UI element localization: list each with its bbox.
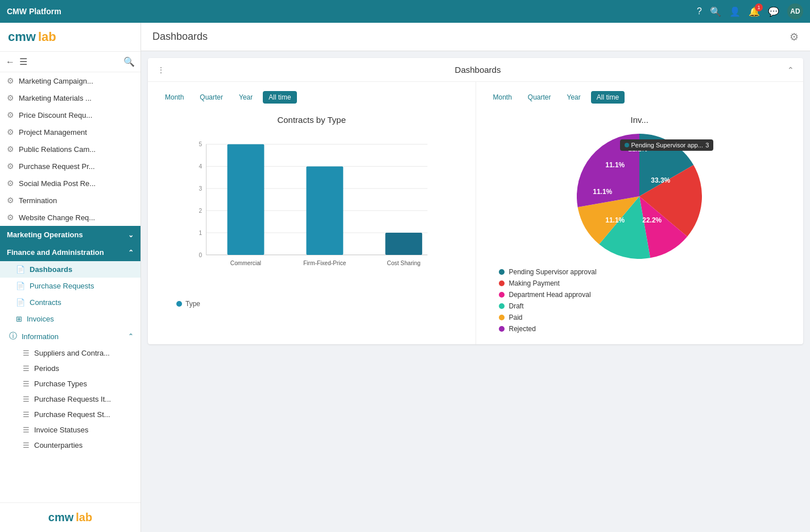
bell-icon[interactable]: 🔔 1 [749,6,760,17]
pie-filter-alltime[interactable]: All time [591,91,625,104]
content-area: Dashboards ⚙ ⋮ Dashboards ⌃ Month Quarte [141,23,810,532]
drag-icon: ⋮ [157,65,165,75]
legend-label-making-payment: Making Payment [509,279,560,287]
legend-item-dept-head: Department Head approval [499,291,597,299]
main-layout: cmw lab ← ☰ 🔍 ⚙ Marketing Campaign... ⚙ … [0,23,810,532]
collapse-icon[interactable]: ⌃ [787,65,794,75]
section-marketing-operations[interactable]: Marketing Operations ⌄ [0,226,140,244]
pie-filter-month[interactable]: Month [487,91,518,104]
sub-item-label: Purchase Requests [30,282,94,290]
sidebar-item-counterparties[interactable]: ☰ Counterparties [0,438,140,453]
legend-dot-pending [499,269,505,275]
list-icon: ☰ [23,410,30,419]
page-title: Dashboards [152,31,208,43]
sidebar: cmw lab ← ☰ 🔍 ⚙ Marketing Campaign... ⚙ … [0,23,141,532]
sidebar-item-purchase-requests-it[interactable]: ☰ Purchase Requests It... [0,391,140,407]
chevron-up-icon: ⌃ [128,332,134,340]
sidebar-item-label: Public Relations Cam... [19,145,134,154]
sidebar-item-periods[interactable]: ☰ Periods [0,361,140,376]
sidebar-item-label: Purchase Request Pr... [19,162,134,171]
content-topbar: Dashboards ⚙ [141,23,810,51]
pie-filter-quarter[interactable]: Quarter [522,91,557,104]
svg-text:Commercial: Commercial [230,260,261,266]
svg-rect-15 [306,166,343,255]
legend-item-draft: Draft [499,302,597,310]
sidebar-item-purchase-request-pr[interactable]: ⚙ Purchase Request Pr... [0,158,140,175]
sidebar-item-public-relations[interactable]: ⚙ Public Relations Cam... [0,141,140,158]
flow-icon: ⚙ [7,145,14,154]
svg-rect-16 [385,233,422,255]
sidebar-item-label: Price Discount Requ... [19,111,134,119]
pie-tooltip: Pending Supervisor app... 3 [620,139,714,151]
legend-label-dept-head: Department Head approval [509,291,591,299]
sidebar-item-price-discount[interactable]: ⚙ Price Discount Requ... [0,106,140,123]
sidebar-item-label: Project Management [19,128,134,137]
svg-text:3: 3 [199,185,202,192]
sub-item-label: Invoice Statuses [34,426,88,434]
chevron-down-icon: ⌄ [128,231,134,239]
sidebar-footer: cmw lab [0,502,140,532]
bar-chart-legend: Type [159,300,464,308]
pie-chart-panel: Month Quarter Year All time Inv... [476,82,804,344]
pie-filter-year[interactable]: Year [561,91,586,104]
settings-icon[interactable]: ⚙ [790,31,799,43]
sidebar-item-invoices[interactable]: ⊞ Invoices [0,311,140,327]
sidebar-item-dashboards[interactable]: 📄 Dashboards [0,261,140,278]
svg-text:5: 5 [199,141,202,147]
filter-quarter[interactable]: Quarter [194,91,229,104]
sidebar-item-label: Marketing Materials ... [19,94,134,102]
sub-item-label: Contracts [30,298,61,307]
svg-text:Firm-Fixed-Price: Firm-Fixed-Price [303,260,346,266]
sub-item-label: Periods [34,364,59,373]
tooltip-dot [625,143,629,147]
topbar: CMW Platform ? 🔍 👤 🔔 1 💬 AD [0,0,810,23]
messages-icon[interactable]: 💬 [768,6,779,17]
section-label: Information [22,332,59,341]
help-icon[interactable]: ? [697,6,702,17]
menu-icon[interactable]: ☰ [19,56,27,67]
pie-chart-svg [577,134,702,259]
back-icon[interactable]: ← [6,57,15,67]
avatar[interactable]: AD [787,3,803,19]
sub-item-label: Purchase Request St... [34,410,110,419]
legend-label-pending: Pending Supervisor approval [509,268,597,276]
grid-icon: ⊞ [16,315,22,323]
section-information[interactable]: ⓘ Information ⌃ [0,327,140,345]
sidebar-item-contracts[interactable]: 📄 Contracts [0,294,140,311]
legend-dot-draft [499,303,505,309]
bar-chart-panel: Month Quarter Year All time Contracts by… [148,82,476,344]
sidebar-item-termination[interactable]: ⚙ Termination [0,192,140,209]
sidebar-item-project-management[interactable]: ⚙ Project Management [0,123,140,141]
filter-month[interactable]: Month [159,91,189,104]
svg-text:2: 2 [199,208,202,214]
sidebar-item-label: Social Media Post Re... [19,179,134,188]
sidebar-item-purchase-request-st[interactable]: ☰ Purchase Request St... [0,407,140,422]
sidebar-item-social-media[interactable]: ⚙ Social Media Post Re... [0,175,140,192]
svg-text:1: 1 [199,230,202,236]
chevron-up-icon: ⌃ [128,249,134,257]
list-icon: ☰ [23,364,30,373]
doc-icon: 📄 [16,282,25,290]
filter-alltime[interactable]: All time [263,91,296,104]
section-finance-admin[interactable]: Finance and Administration ⌃ [0,244,140,261]
sidebar-item-marketing-materials[interactable]: ⚙ Marketing Materials ... [0,89,140,106]
sidebar-item-marketing-campaign[interactable]: ⚙ Marketing Campaign... [0,72,140,89]
info-icon: ⓘ [9,331,17,341]
users-icon[interactable]: 👤 [729,6,741,17]
sidebar-controls: ← ☰ 🔍 [0,52,140,72]
legend-item-making-payment: Making Payment [499,279,597,287]
flow-icon: ⚙ [7,162,14,171]
sidebar-item-purchase-types[interactable]: ☰ Purchase Types [0,376,140,391]
sidebar-item-purchase-requests[interactable]: 📄 Purchase Requests [0,278,140,294]
sidebar-search-icon[interactable]: 🔍 [123,56,135,67]
sidebar-item-invoice-statuses[interactable]: ☰ Invoice Statuses [0,422,140,438]
sidebar-item-suppliers[interactable]: ☰ Suppliers and Contra... [0,345,140,361]
pie-legend: Pending Supervisor approval Making Payme… [487,268,597,333]
search-icon[interactable]: 🔍 [710,6,721,17]
dashboard-section: ⋮ Dashboards ⌃ Month Quarter Year All ti… [148,58,803,344]
sub-item-label: Purchase Requests It... [34,395,111,403]
tooltip-count: 3 [705,142,709,149]
sidebar-item-website-change[interactable]: ⚙ Website Change Req... [0,209,140,226]
filter-year[interactable]: Year [233,91,258,104]
list-icon: ☰ [23,349,30,357]
